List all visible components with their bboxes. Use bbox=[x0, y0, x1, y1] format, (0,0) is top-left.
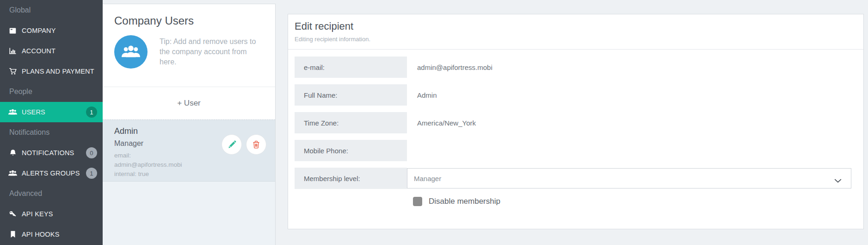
sidebar-item-label: PLANS AND PAYMENT bbox=[22, 68, 94, 75]
sidebar-item-label: ACCOUNT bbox=[22, 47, 55, 55]
users-icon bbox=[8, 170, 17, 177]
sidebar-item-plans-and-payment[interactable]: PLANS AND PAYMENT bbox=[0, 61, 103, 82]
bookmark-icon bbox=[8, 231, 17, 239]
section-label: Advanced bbox=[9, 189, 42, 198]
time-zone-field-value: America/New_York bbox=[417, 119, 476, 127]
section-label: Notifications bbox=[9, 128, 49, 137]
form-row-time-zone: Time Zone: America/New_York bbox=[295, 112, 857, 133]
mobile-phone-field-label: Mobile Phone: bbox=[295, 140, 407, 161]
sidebar-item-alerts-groups[interactable]: ALERTS GROUPS 1 bbox=[0, 163, 103, 183]
key-icon bbox=[8, 210, 17, 218]
edit-recipient-header: Edit recipient Editing recipient informa… bbox=[288, 14, 863, 50]
user-list-item[interactable]: Admin Manager email: admin@apifortress.m… bbox=[103, 119, 275, 181]
bar-chart-icon bbox=[8, 47, 17, 55]
user-meta: email: admin@apifortress.mobi internal: … bbox=[114, 151, 275, 179]
sidebar-section-advanced: Advanced bbox=[0, 183, 103, 204]
form-row-full-name: Full Name: Admin bbox=[295, 84, 857, 106]
sidebar-item-label: COMPANY bbox=[22, 27, 56, 34]
card-subtitle: Editing recipient information. bbox=[295, 36, 857, 43]
cart-icon bbox=[8, 68, 17, 75]
sidebar-item-label: ALERTS GROUPS bbox=[22, 170, 80, 177]
sidebar-item-api-hooks[interactable]: API HOOKS bbox=[0, 224, 103, 245]
disable-membership-row: Disable membership bbox=[413, 197, 857, 206]
pencil-icon bbox=[227, 140, 237, 150]
sidebar-item-account[interactable]: ACCOUNT bbox=[0, 41, 103, 61]
sidebar-item-label: USERS bbox=[22, 108, 45, 116]
edit-user-button[interactable] bbox=[222, 134, 242, 155]
tip-text: Tip: Add and remove users to the company… bbox=[160, 35, 262, 69]
sidebar-item-notifications[interactable]: NOTIFICATIONS 0 bbox=[0, 143, 103, 163]
sidebar-item-users[interactable]: USERS 1 bbox=[0, 102, 103, 122]
company-users-panel: Company Users Tip: Add and remove users … bbox=[103, 4, 276, 245]
sidebar-section-global: Global bbox=[0, 0, 103, 20]
form-row-membership-level: Membership level: Manager bbox=[295, 168, 857, 189]
disable-membership-checkbox[interactable] bbox=[413, 197, 422, 206]
disable-membership-label: Disable membership bbox=[429, 197, 500, 206]
form-row-mobile-phone: Mobile Phone: bbox=[295, 140, 857, 161]
trash-icon bbox=[252, 140, 261, 149]
section-label: Global bbox=[9, 6, 31, 14]
page-title: Company Users bbox=[103, 4, 275, 27]
sidebar-item-api-keys[interactable]: API KEYS bbox=[0, 204, 103, 224]
sidebar-item-label: NOTIFICATIONS bbox=[22, 149, 74, 157]
edit-recipient-card: Edit recipient Editing recipient informa… bbox=[288, 14, 864, 229]
full-name-field-label: Full Name: bbox=[295, 84, 407, 106]
sidebar-section-people: People bbox=[0, 82, 103, 102]
company-users-header: Company Users Tip: Add and remove users … bbox=[103, 4, 275, 87]
users-icon bbox=[122, 44, 140, 59]
briefcase-icon bbox=[8, 27, 17, 35]
alerts-groups-count-badge: 1 bbox=[86, 168, 97, 179]
full-name-field-value: Admin bbox=[417, 91, 437, 99]
sidebar-item-label: API HOOKS bbox=[22, 231, 60, 238]
users-count-badge: 1 bbox=[86, 107, 97, 118]
add-user-button[interactable]: + User bbox=[103, 87, 275, 119]
email-field-value: admin@apifortress.mobi bbox=[417, 63, 492, 71]
users-group-avatar bbox=[114, 35, 148, 69]
chevron-down-icon bbox=[834, 176, 842, 184]
card-title: Edit recipient bbox=[295, 20, 857, 32]
sidebar-item-company[interactable]: COMPANY bbox=[0, 20, 103, 41]
form-row-email: e-mail: admin@apifortress.mobi bbox=[295, 57, 857, 78]
bell-icon bbox=[8, 149, 17, 157]
add-user-label: + User bbox=[177, 99, 201, 108]
notifications-count-badge: 0 bbox=[86, 147, 97, 158]
section-label: People bbox=[9, 88, 32, 96]
user-list-empty-area bbox=[103, 181, 275, 245]
users-icon bbox=[8, 108, 17, 116]
membership-level-select[interactable]: Manager bbox=[407, 168, 851, 188]
user-internal-flag: internal: true bbox=[114, 170, 275, 179]
sidebar-section-notifications: Notifications bbox=[0, 122, 103, 143]
user-email: admin@apifortress.mobi bbox=[114, 160, 275, 170]
sidebar-item-label: API KEYS bbox=[22, 210, 53, 218]
email-field-label: e-mail: bbox=[295, 57, 407, 78]
time-zone-field-label: Time Zone: bbox=[295, 112, 407, 133]
delete-user-button[interactable] bbox=[246, 134, 266, 155]
membership-level-field-label: Membership level: bbox=[295, 168, 407, 189]
membership-level-selected-value: Manager bbox=[414, 175, 441, 182]
sidebar: Global COMPANY ACCOUNT PLANS AND PAYMENT… bbox=[0, 0, 103, 245]
